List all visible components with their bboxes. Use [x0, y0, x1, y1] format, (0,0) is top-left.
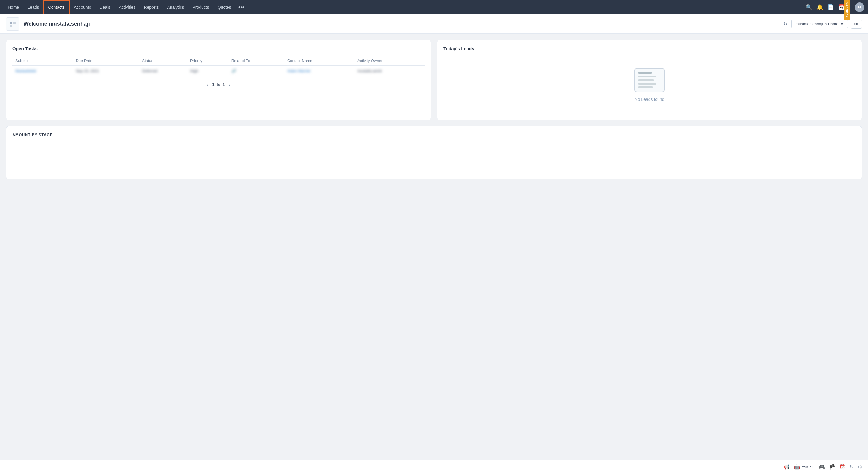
svg-rect-2 [10, 25, 12, 27]
home-dropdown[interactable]: mustafa.senhaji 's Home ▼ [792, 20, 848, 28]
bottom-bar: 📢 🤖 Ask Zia 🎮 🏴 ⏰ ↻ ⚙ [0, 460, 868, 474]
pagination-end: 1 [222, 82, 224, 87]
illustration-line-3 [638, 79, 654, 81]
history-icon: ↻ [849, 464, 854, 470]
bell-icon[interactable]: 🔔 [816, 4, 823, 10]
bottom-flag[interactable]: 🏴 [829, 464, 835, 470]
table-row: Madaddddd Sep 23, 2021 Deferred High 🔗 [12, 66, 425, 76]
col-contact-name: Contact Name [284, 56, 354, 66]
settings-icon: ⚙ [858, 464, 862, 470]
avatar[interactable]: M [855, 2, 864, 12]
nav-deals[interactable]: Deals [95, 0, 115, 14]
no-leads-label: No Leads found [635, 97, 664, 102]
nav-more-menu[interactable]: ••• [236, 0, 247, 14]
header-more-button[interactable]: ••• [851, 20, 862, 29]
main-content: Open Tasks Subject Due Date Status Prior… [0, 34, 868, 185]
navbar: Home Leads Contacts Accounts Deals Activ… [0, 0, 868, 14]
header-logo [6, 18, 19, 31]
no-leads-area: No Leads found [443, 56, 856, 114]
nav-analytics[interactable]: Analytics [163, 0, 188, 14]
open-tasks-title: Open Tasks [12, 46, 425, 51]
zia-icon: 🤖 [794, 464, 800, 470]
search-icon[interactable]: 🔍 [806, 4, 812, 10]
sandbox-ribbon: Sandbox [844, 0, 850, 21]
compose-icon[interactable]: 📄 [827, 4, 834, 10]
cards-row: Open Tasks Subject Due Date Status Prior… [6, 40, 862, 120]
next-page-button[interactable]: › [227, 81, 232, 87]
cell-priority: High [187, 66, 228, 76]
col-activity-owner: Activity Owner [354, 56, 425, 66]
nav-products[interactable]: Products [188, 0, 213, 14]
amount-by-stage-card: AMOUNT BY STAGE [6, 126, 862, 179]
header-actions: ↻ mustafa.senhaji 's Home ▼ ••• [782, 20, 862, 29]
illustration-line-2 [638, 76, 656, 77]
header-bar: Welcome mustafa.senhaji ↻ mustafa.senhaj… [0, 14, 868, 34]
bottom-megaphone[interactable]: 📢 [784, 464, 789, 470]
nav-accounts[interactable]: Accounts [70, 0, 96, 14]
nav-items: Home Leads Contacts Accounts Deals Activ… [4, 0, 806, 14]
nav-contacts[interactable]: Contacts [43, 0, 70, 14]
pagination-sep: to [217, 82, 220, 87]
bottom-ask-zia[interactable]: 🤖 Ask Zia [794, 464, 815, 470]
col-related-to: Related To [228, 56, 284, 66]
cell-activity-owner: mustafa.senhi [354, 66, 425, 76]
home-dropdown-label: mustafa.senhaji 's Home [795, 22, 838, 26]
amount-by-stage-title: AMOUNT BY STAGE [12, 133, 856, 137]
bottom-settings[interactable]: ⚙ [858, 464, 862, 470]
task-table: Subject Due Date Status Priority Related… [12, 56, 425, 76]
nav-activities[interactable]: Activities [115, 0, 140, 14]
nav-leads[interactable]: Leads [23, 0, 43, 14]
svg-rect-1 [13, 22, 16, 24]
chevron-down-icon: ▼ [840, 22, 844, 26]
gamepad-icon: 🎮 [819, 464, 825, 470]
megaphone-icon: 📢 [784, 464, 789, 470]
ask-zia-label: Ask Zia [802, 465, 815, 469]
clock-icon: ⏰ [839, 464, 845, 470]
col-status: Status [139, 56, 187, 66]
nav-home[interactable]: Home [4, 0, 23, 14]
flag-icon: 🏴 [829, 464, 835, 470]
bottom-clock[interactable]: ⏰ [839, 464, 845, 470]
illustration-line-5 [638, 87, 653, 88]
illustration-line-4 [638, 83, 656, 84]
open-tasks-card: Open Tasks Subject Due Date Status Prior… [6, 40, 431, 120]
refresh-button[interactable]: ↻ [782, 20, 788, 28]
bottom-gamepad[interactable]: 🎮 [819, 464, 825, 470]
cell-due-date: Sep 23, 2021 [73, 66, 139, 76]
prev-page-button[interactable]: ‹ [205, 81, 210, 87]
col-due-date: Due Date [73, 56, 139, 66]
cell-subject[interactable]: Madaddddd [12, 66, 73, 76]
pagination-start: 1 [212, 82, 214, 87]
nav-right: 🔍 🔔 📄 📅 | M [806, 2, 864, 12]
cell-contact-name[interactable]: Aiden Marrier [284, 66, 354, 76]
bottom-history[interactable]: ↻ [849, 464, 854, 470]
welcome-text: Welcome mustafa.senhaji [24, 21, 90, 27]
nav-reports[interactable]: Reports [140, 0, 163, 14]
cell-related-to: 🔗 [228, 66, 284, 76]
cell-status: Deferred [139, 66, 187, 76]
illustration-line-1 [638, 72, 652, 74]
todays-leads-card: Today's Leads No Leads found [437, 40, 862, 120]
todays-leads-title: Today's Leads [443, 46, 856, 51]
amount-by-stage-chart [12, 137, 856, 173]
pagination: ‹ 1 to 1 › [12, 81, 425, 87]
col-priority: Priority [187, 56, 228, 66]
no-leads-illustration [634, 68, 664, 92]
nav-quotes[interactable]: Quotes [213, 0, 236, 14]
svg-rect-0 [10, 22, 12, 24]
col-subject: Subject [12, 56, 73, 66]
